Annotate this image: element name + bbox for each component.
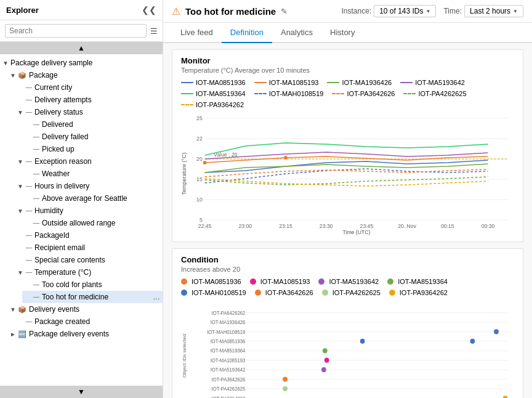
context-menu-icon[interactable]: … bbox=[153, 293, 160, 301]
svg-text:IOT-PA4262625: IOT-PA4262625 bbox=[212, 386, 246, 392]
sidebar-item-humidity[interactable]: ▼ ⸻ Humidity … bbox=[15, 205, 163, 217]
legend-label: IOT-MAH0108519 bbox=[191, 289, 246, 296]
tab-history[interactable]: History bbox=[321, 23, 363, 43]
sidebar-item-label: Package delivery events bbox=[29, 330, 160, 338]
svg-point-57 bbox=[283, 386, 288, 391]
sidebar-item-label: Package bbox=[29, 71, 160, 79]
legend-item: IOT-MA0851936 bbox=[181, 278, 241, 285]
sidebar-item-label: PackageId bbox=[34, 231, 153, 240]
leaf-icon: ⸻ bbox=[33, 195, 39, 202]
title-area: ⚠ Too hot for medicine ✎ bbox=[172, 6, 288, 17]
legend-label: IOT-PA4262625 bbox=[418, 90, 466, 97]
time-control: Time: Last 2 hours ▼ bbox=[443, 5, 523, 17]
legend-item: IOT-MA8519364 bbox=[181, 90, 246, 97]
sidebar-item-package-created[interactable]: ⸻ Package created bbox=[15, 315, 163, 328]
legend-item: IOT-PA4262625 bbox=[322, 289, 381, 296]
sidebar-item-label: Too cold for plants bbox=[42, 280, 160, 289]
sidebar-item-picked-up[interactable]: ⸻ Picked up bbox=[22, 143, 163, 155]
monitor-title: Monitor bbox=[181, 56, 514, 65]
sidebar-item-packageid[interactable]: ⸻ PackageId … bbox=[15, 229, 163, 242]
sidebar-item-weather[interactable]: ⸻ Weather … bbox=[22, 168, 163, 180]
expand-icon bbox=[17, 232, 23, 239]
svg-text:22: 22 bbox=[196, 136, 203, 142]
svg-text:IOT-MA5193642: IOT-MA5193642 bbox=[211, 367, 246, 373]
folder-icon: 📦 bbox=[18, 306, 26, 314]
sidebar-item-above-average-seattle[interactable]: ⸻ Above average for Seattle bbox=[22, 192, 163, 205]
expand-icon bbox=[25, 220, 31, 227]
sidebar-item-current-city[interactable]: ⸻ Current city bbox=[15, 81, 163, 94]
tab-analytics[interactable]: Analytics bbox=[272, 23, 321, 43]
legend-dot bbox=[181, 278, 187, 285]
legend-dot bbox=[322, 290, 328, 296]
sidebar-item-delivery-events[interactable]: ▼ 📦 Delivery events bbox=[7, 303, 163, 315]
expand-icon: ▼ bbox=[17, 158, 23, 165]
header-controls: Instance: 10 of 143 IDs ▼ Time: Last 2 h… bbox=[341, 5, 523, 17]
sidebar-item-delivery-status[interactable]: ▼ ⸻ Delivery status bbox=[15, 106, 163, 118]
sidebar-item-delivery-attempts[interactable]: ⸻ Delivery attempts bbox=[15, 94, 163, 106]
svg-text:Temperature (°C): Temperature (°C) bbox=[181, 152, 187, 195]
sidebar-title: Explorer bbox=[6, 6, 39, 15]
legend-item: IOT-MAH0108519 bbox=[254, 90, 324, 97]
svg-text:Object IDs selected: Object IDs selected bbox=[182, 334, 187, 378]
expand-icon bbox=[25, 171, 31, 177]
sidebar-item-exception-reason[interactable]: ▼ ⸻ Exception reason bbox=[15, 155, 163, 168]
scroll-up-button[interactable]: ▲ bbox=[0, 42, 163, 54]
sidebar-item-package-delivery-sample[interactable]: ▼ Package delivery sample bbox=[0, 57, 163, 69]
legend-color bbox=[181, 104, 193, 105]
leaf-icon: ⸻ bbox=[33, 121, 39, 128]
svg-text:IOT-PA6426262: IOT-PA6426262 bbox=[212, 310, 246, 315]
sidebar-item-too-hot-for-medicine[interactable]: ⸻ Too hot for medicine … bbox=[22, 291, 163, 303]
legend-label: IOT-MA0851936 bbox=[191, 278, 241, 285]
instance-dropdown[interactable]: 10 of 143 IDs ▼ bbox=[374, 5, 436, 17]
main-body: Monitor Temperature (°C) Average over 10… bbox=[163, 43, 532, 398]
leaf-icon: ⸻ bbox=[33, 281, 39, 288]
leaf-icon: ⸻ bbox=[33, 219, 39, 227]
sidebar-item-delivery-failed[interactable]: ⸻ Delivery failed bbox=[22, 131, 163, 143]
legend-label: IOT-MA1936426 bbox=[342, 79, 392, 86]
leaf-icon: ⸻ bbox=[33, 145, 39, 153]
svg-text:15: 15 bbox=[196, 176, 203, 182]
scroll-down-button[interactable]: ▼ bbox=[0, 386, 163, 398]
tab-live-feed[interactable]: Live feed bbox=[172, 23, 222, 43]
sidebar-item-special-care-contents[interactable]: ⸻ Special care contents … bbox=[15, 254, 163, 266]
svg-text:23:15: 23:15 bbox=[279, 223, 292, 229]
time-label: Time: bbox=[443, 7, 462, 15]
sidebar-item-package-delivery-events[interactable]: ► 🆕 Package delivery events bbox=[7, 328, 163, 340]
sidebar-item-label: Package delivery sample bbox=[10, 59, 160, 67]
svg-text:5: 5 bbox=[200, 217, 203, 223]
sidebar-item-package[interactable]: ▼ 📦 Package bbox=[7, 69, 163, 81]
leaf-icon: ⸻ bbox=[25, 318, 32, 325]
svg-text:00:15: 00:15 bbox=[441, 223, 454, 229]
legend-color bbox=[181, 82, 193, 83]
sidebar-item-label: Above average for Seattle bbox=[42, 194, 160, 203]
expand-icon: ▼ bbox=[17, 109, 23, 116]
sidebar-item-label: Delivery failed bbox=[42, 132, 160, 141]
time-dropdown[interactable]: Last 2 hours ▼ bbox=[464, 5, 523, 17]
expand-icon bbox=[17, 97, 23, 104]
sidebar-item-hours-in-delivery[interactable]: ▼ ⸻ Hours in delivery bbox=[15, 180, 163, 192]
edit-icon[interactable]: ✎ bbox=[281, 7, 288, 16]
legend-color bbox=[254, 93, 267, 94]
sidebar-item-recipient-email[interactable]: ⸻ Recipient email bbox=[15, 242, 163, 254]
svg-text:IOT-MAH0108519: IOT-MAH0108519 bbox=[207, 329, 246, 335]
sidebar-item-label: Hours in delivery bbox=[34, 182, 160, 190]
sidebar-item-too-cold-for-plants[interactable]: ⸻ Too cold for plants bbox=[22, 278, 163, 291]
folder-icon: ⸻ bbox=[25, 207, 32, 214]
collapse-button[interactable]: ❮❮ bbox=[142, 5, 156, 15]
search-input[interactable] bbox=[5, 24, 147, 38]
svg-point-64 bbox=[494, 329, 499, 334]
expand-icon bbox=[17, 319, 23, 325]
leaf-icon: ⸻ bbox=[25, 244, 32, 251]
monitor-chart-svg: .axis-text { font-size: 9px; fill: #666;… bbox=[181, 112, 514, 235]
tab-definition[interactable]: Definition bbox=[222, 23, 272, 43]
sidebar-item-temperature[interactable]: ▼ ⸻ Temperature (°C) bbox=[15, 266, 163, 278]
sidebar-item-delivered[interactable]: ⸻ Delivered bbox=[22, 118, 163, 131]
legend-label: IOT-PA3642626 bbox=[347, 90, 395, 97]
expand-icon bbox=[25, 134, 31, 140]
filter-icon[interactable]: ☰ bbox=[150, 26, 158, 36]
sidebar-item-label: Package created bbox=[34, 317, 160, 326]
legend-label: IOT-PA3642626 bbox=[265, 289, 313, 296]
sidebar-search-area: ☰ bbox=[0, 20, 163, 42]
sidebar-item-outside-allowed-range[interactable]: ⸻ Outside allowed range bbox=[22, 217, 163, 229]
legend-dot bbox=[181, 290, 187, 296]
